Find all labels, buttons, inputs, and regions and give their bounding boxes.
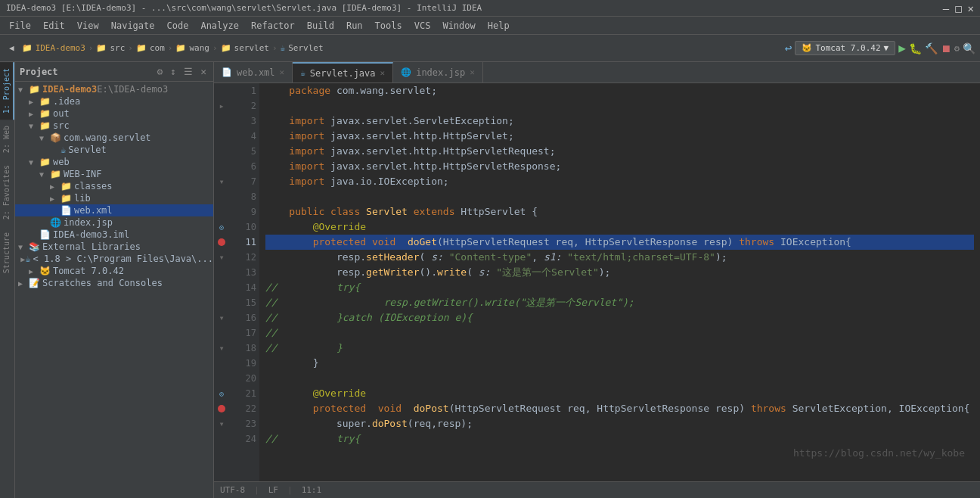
menu-run[interactable]: Run (340, 19, 369, 33)
sidebar-tab-web[interactable]: 2: Web (0, 120, 14, 159)
menu-build[interactable]: Build (301, 19, 340, 33)
debug-button[interactable]: 🐛 (909, 42, 922, 54)
menu-edit[interactable]: Edit (37, 19, 71, 33)
tree-arrow-src[interactable]: ▼ (29, 122, 39, 130)
linenum-3: 3 (232, 114, 256, 129)
tree-item-package[interactable]: ▼ 📦 com.wang.servlet (15, 132, 213, 144)
gutter-7: ▾ (214, 174, 229, 189)
status-encoding[interactable]: UTF-8 (220, 485, 245, 495)
tree-arrow-root[interactable]: ▼ (18, 86, 29, 94)
tab-servlet-java[interactable]: ☕ Servlet.java ✕ (293, 62, 393, 82)
breadcrumb-src-label[interactable]: src (110, 43, 125, 53)
fold-7[interactable]: ▾ (219, 176, 224, 187)
breadcrumb-file[interactable]: ☕ (281, 43, 286, 53)
tree-item-webxml[interactable]: 📄 web.xml (15, 204, 213, 216)
tree-arrow-idea[interactable]: ▶ (29, 98, 39, 106)
breadcrumb-wang-label[interactable]: wang (189, 43, 209, 53)
menu-analyze[interactable]: Analyze (194, 19, 245, 33)
tree-item-classes[interactable]: ▶ 📁 classes (15, 180, 213, 192)
breadcrumb-servlet[interactable]: 📁 (221, 43, 231, 53)
file-servlet-icon: ☕ (60, 145, 66, 155)
code-editor[interactable]: ▸ ▾ ⊙ ▾ ▾ ▾ ⊙ (214, 83, 980, 481)
breadcrumb-project[interactable]: 📁 (22, 43, 33, 53)
tab-indexjsp-close[interactable]: ✕ (470, 67, 475, 77)
toolbar-back[interactable]: ◀ (5, 41, 19, 55)
fold-18[interactable]: ▾ (219, 343, 224, 353)
tree-item-idea[interactable]: ▶ 📁 .idea (15, 95, 213, 107)
toolbar-more[interactable]: ⚙ (954, 43, 960, 54)
tree-arrow-tomcat[interactable]: ▶ (29, 267, 39, 275)
close-btn[interactable]: ✕ (968, 2, 974, 14)
tab-webxml[interactable]: 📄 web.xml ✕ (214, 62, 293, 82)
tree-item-web[interactable]: ▼ 📁 web (15, 156, 213, 168)
tree-arrow-extlibs[interactable]: ▼ (18, 243, 29, 251)
tree-arrow-out[interactable]: ▶ (29, 110, 39, 118)
fold-2[interactable]: ▸ (219, 101, 224, 111)
breadcrumb-file-label[interactable]: Servlet (288, 43, 323, 53)
menu-view[interactable]: View (71, 19, 105, 33)
menu-help[interactable]: Help (482, 19, 516, 33)
tree-item-src[interactable]: ▼ 📁 src (15, 120, 213, 132)
breadcrumb-com-label[interactable]: com (150, 43, 165, 53)
project-collapse-icon[interactable]: ☰ (181, 65, 195, 78)
breakpoint-11[interactable] (218, 238, 225, 246)
breadcrumb-wang[interactable]: 📁 (175, 43, 186, 53)
breadcrumb-src[interactable]: 📁 (96, 43, 107, 53)
tree-item-lib[interactable]: ▶ 📁 lib (15, 192, 213, 204)
minimize-btn[interactable]: — (943, 2, 949, 14)
menu-vcs[interactable]: VCS (408, 19, 437, 33)
code-line-7: import java.io.IOException; (265, 174, 974, 189)
tree-arrow-web[interactable]: ▼ (29, 158, 39, 167)
tree-item-extlibs[interactable]: ▼ 📚 External Libraries (15, 241, 213, 253)
fold-16[interactable]: ▾ (219, 313, 224, 323)
tab-servlet-close[interactable]: ✕ (380, 68, 386, 78)
tree-arrow-scratches[interactable]: ▶ (18, 279, 29, 288)
stop-button[interactable]: ⏹ (941, 42, 951, 54)
breakpoint-22[interactable] (218, 405, 225, 412)
maximize-btn[interactable]: □ (955, 2, 961, 14)
tree-arrow-lib[interactable]: ▶ (50, 195, 60, 203)
fold-23[interactable]: ▾ (219, 419, 224, 429)
breadcrumb-servlet-label[interactable]: servlet (234, 43, 269, 53)
tree-arrow-webinf[interactable]: ▼ (39, 170, 50, 179)
tab-indexjsp[interactable]: 🌐 index.jsp ✕ (393, 62, 483, 82)
tab-webxml-close[interactable]: ✕ (280, 67, 285, 77)
tree-arrow-package[interactable]: ▼ (39, 134, 50, 142)
toolbar-arrow-icon[interactable]: ↩ (785, 41, 792, 55)
tree-item-out[interactable]: ▶ 📁 out (15, 107, 213, 120)
package-icon: 📦 (50, 132, 61, 143)
menu-tools[interactable]: Tools (369, 19, 408, 33)
menu-code[interactable]: Code (161, 19, 195, 33)
sidebar-tab-favorites[interactable]: 2: Favorites (0, 159, 14, 226)
menu-file[interactable]: File (3, 19, 37, 33)
title-bar-controls[interactable]: — □ ✕ (943, 2, 974, 14)
run-button[interactable]: ▶ (898, 41, 906, 55)
tree-item-webinf[interactable]: ▼ 📁 WEB-INF (15, 168, 213, 180)
sidebar-tab-project[interactable]: 1: Project (0, 62, 14, 120)
code-content[interactable]: package com.wang.servlet; import javax.s… (259, 83, 980, 481)
project-close-icon[interactable]: ✕ (198, 65, 209, 78)
status-line-ending[interactable]: LF (268, 485, 278, 495)
build-button[interactable]: 🔨 (925, 42, 938, 54)
toolbar-search[interactable]: 🔍 (963, 42, 975, 54)
menu-navigate[interactable]: Navigate (105, 19, 161, 33)
tree-item-indexjsp[interactable]: 🌐 index.jsp (15, 216, 213, 229)
tree-item-iml[interactable]: 📄 IDEA-demo3.iml (15, 229, 213, 241)
tree-arrow-classes[interactable]: ▶ (50, 182, 60, 191)
tree-item-servlet[interactable]: ☕ Servlet (15, 144, 213, 156)
tree-item-java18[interactable]: ▶ ☕ < 1.8 > C:\Program Files\Java\... (15, 253, 213, 265)
tree-item-root[interactable]: ▼ 📁 IDEA-demo3 E:\IDEA-demo3 (15, 83, 213, 95)
tree-item-scratches[interactable]: ▶ 📝 Scratches and Consoles (15, 277, 213, 289)
extlibs-icon: 📚 (29, 241, 40, 252)
breadcrumb-project-label[interactable]: IDEA-demo3 (36, 43, 85, 53)
menu-refactor[interactable]: Refactor (245, 19, 301, 33)
sidebar-tab-structure[interactable]: Structure (0, 226, 14, 279)
fold-12[interactable]: ▾ (219, 252, 224, 263)
tree-item-tomcat[interactable]: ▶ 🐱 Tomcat 7.0.42 (15, 265, 213, 277)
breadcrumb-com[interactable]: 📁 (136, 43, 147, 53)
menu-window[interactable]: Window (436, 19, 481, 33)
tree-label-out: out (53, 108, 70, 119)
tomcat-config-btn[interactable]: 🐱 Tomcat 7.0.42 ▼ (795, 41, 895, 55)
project-scroll-icon[interactable]: ↕ (168, 65, 178, 78)
project-settings-icon[interactable]: ⚙ (155, 65, 166, 78)
